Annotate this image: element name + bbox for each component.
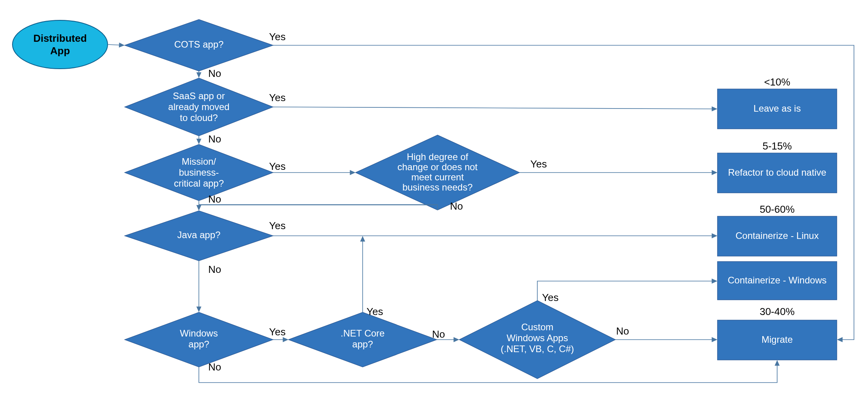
lbl-mission-yes: Yes xyxy=(269,160,285,172)
contlinux-text: Containerize - Linux xyxy=(735,230,818,241)
migrate-text: Migrate xyxy=(762,334,793,345)
lbl-cots-yes: Yes xyxy=(269,31,285,43)
cw-text-3: (.NET, VB, C, C#) xyxy=(501,344,574,354)
leave-text: Leave as is xyxy=(753,103,801,114)
net-text-1: .NET Core xyxy=(341,328,385,338)
lbl-java-no: No xyxy=(208,264,221,275)
lbl-net-no: No xyxy=(432,328,445,340)
hc-text-1: High degree of xyxy=(407,151,468,162)
hc-text-3: meet current xyxy=(411,172,464,182)
mission-text-2: business- xyxy=(179,167,219,178)
pct-contlinux: 50-60% xyxy=(760,203,795,215)
lbl-win-yes: Yes xyxy=(269,326,285,338)
hc-text-4: business needs? xyxy=(402,182,473,192)
java-text: Java app? xyxy=(177,230,221,240)
lbl-saas-no: No xyxy=(208,133,221,145)
conn-start-cots xyxy=(108,45,124,45)
start-text-1: Distributed xyxy=(33,32,87,44)
pct-migrate: 30-40% xyxy=(760,306,795,317)
lbl-win-no: No xyxy=(208,361,221,373)
lbl-hc-no: No xyxy=(450,200,463,212)
refactor-text: Refactor to cloud native xyxy=(728,167,826,178)
lbl-net-yes: Yes xyxy=(367,306,383,317)
conn-saas-yes xyxy=(273,107,717,109)
lbl-mission-no: No xyxy=(208,193,221,205)
contwin-text: Containerize - Windows xyxy=(728,275,826,285)
mission-text-1: Mission/ xyxy=(182,156,216,167)
lbl-cw-no: No xyxy=(616,325,629,337)
saas-text-3: to cloud? xyxy=(180,112,218,123)
hc-text-2: change or does not xyxy=(397,162,478,172)
pct-leave: <10% xyxy=(764,76,790,88)
cw-text-1: Custom xyxy=(521,322,554,332)
saas-text-1: SaaS app or xyxy=(173,91,225,101)
lbl-saas-yes: Yes xyxy=(269,92,285,103)
lbl-hc-yes: Yes xyxy=(530,158,547,170)
cw-text-2: Windows Apps xyxy=(507,333,568,343)
win-text-1: Windows xyxy=(180,328,218,338)
saas-text-2: already moved xyxy=(168,102,229,112)
lbl-java-yes: Yes xyxy=(269,220,285,231)
lbl-cw-yes: Yes xyxy=(542,292,558,303)
lbl-cots-no: No xyxy=(208,68,221,79)
mission-text-3: critical app? xyxy=(174,178,224,189)
conn-win-no xyxy=(199,361,777,383)
cots-text: COTS app? xyxy=(174,39,224,50)
net-text-2: app? xyxy=(352,339,373,349)
conn-hc-no xyxy=(199,205,438,210)
start-text-2: App xyxy=(50,45,70,57)
win-text-2: app? xyxy=(188,339,209,349)
conn-cw-yes xyxy=(537,281,717,301)
pct-refactor: 5-15% xyxy=(762,140,792,152)
